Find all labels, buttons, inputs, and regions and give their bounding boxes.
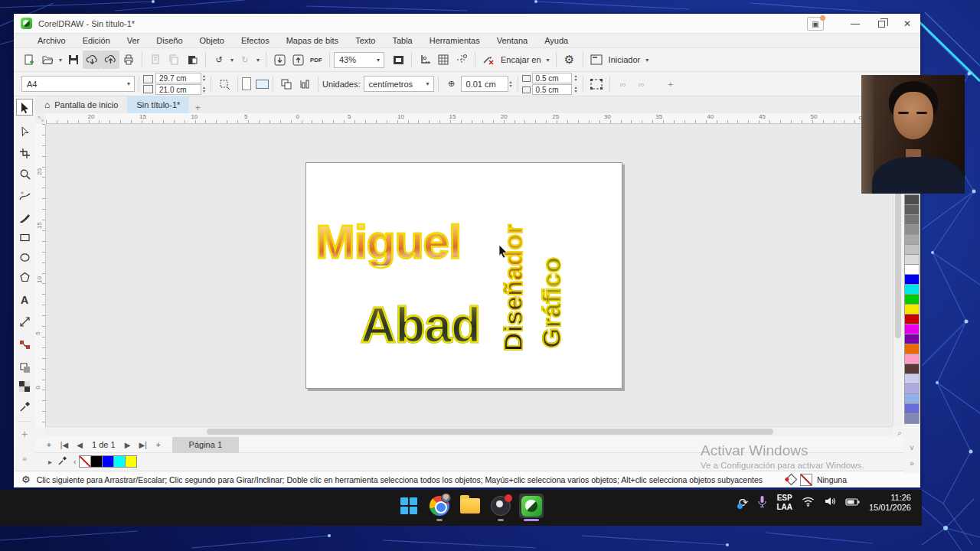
crop-tool[interactable] [16,145,33,161]
duplicate-y-spinner[interactable]: ▴▾ [573,86,579,93]
last-page-button[interactable]: ▶| [136,441,151,449]
print-icon[interactable] [119,51,138,69]
text-tool[interactable]: A [16,292,33,308]
document-color-swatch[interactable] [113,455,126,468]
ellipse-tool[interactable] [16,249,33,266]
eyedropper-tool[interactable] [16,398,33,415]
export-icon[interactable] [289,51,307,69]
page-height-spinner[interactable]: ▴▾ [201,86,207,93]
page-width-field[interactable]: 29.7 cm [155,73,201,83]
document-color-swatch[interactable] [90,455,103,468]
document-color-swatch[interactable] [79,455,91,468]
dimension-tool[interactable] [16,313,33,330]
launcher-dropdown-caret[interactable]: ▾ [643,57,651,64]
artwork-word-miguel[interactable]: Miguel [315,218,461,266]
palette-color-swatch[interactable] [904,264,920,275]
menu-item[interactable]: Ayuda [536,34,577,47]
first-page-button[interactable]: |◀ [57,441,72,449]
palette-color-swatch[interactable] [904,383,920,394]
treat-as-filled-icon[interactable] [587,75,606,93]
menu-item[interactable]: Objeto [191,34,233,47]
connector-tool[interactable] [16,336,33,353]
save-icon[interactable] [64,51,83,69]
rectangle-tool[interactable] [16,229,33,246]
drawing-canvas[interactable]: Miguel Abad Diseñador Gráfico [46,124,893,426]
palette-overflow-icon[interactable]: » [904,459,920,468]
horizontal-scrollbar[interactable] [46,426,893,435]
units-combo[interactable]: centímetros ▾ [364,76,434,92]
obs-taskbar-button[interactable] [488,494,513,518]
menu-item[interactable]: Diseño [148,34,191,47]
new-document-icon[interactable] [20,51,38,69]
add-page-button-2[interactable]: + [151,441,166,449]
horizontal-ruler[interactable]: 201510505101520253035404550 cm [46,113,906,124]
palette-color-swatch[interactable] [904,373,920,384]
add-page-button[interactable]: + [41,441,57,449]
palette-scroll-down-icon[interactable]: ˅ [904,444,920,452]
battery-icon[interactable] [845,496,860,510]
docpal-eyedropper-icon[interactable] [56,456,70,467]
palette-color-swatch[interactable] [904,214,920,225]
page-dimensions-icon[interactable] [215,75,234,93]
prev-page-button[interactable]: ◀ [72,441,87,449]
toolbox-overflow-button[interactable]: » [16,450,33,467]
snap-dropdown-caret[interactable]: ▾ [544,57,552,64]
page-height-field[interactable]: 21.0 cm [155,84,201,95]
document-color-swatch[interactable] [102,455,114,468]
publish-pdf-icon[interactable]: PDF [307,51,325,69]
minimize-button[interactable]: — [842,14,868,34]
palette-color-swatch[interactable] [904,234,920,245]
freehand-tool[interactable] [16,187,33,204]
vertical-ruler[interactable]: 20 15 10 5 0 centímetros [35,124,46,427]
menu-item[interactable]: Ver [119,34,149,47]
palette-color-swatch[interactable] [904,354,920,364]
undo-dropdown-caret[interactable]: ▾ [228,57,236,64]
palette-color-swatch[interactable] [904,294,920,305]
zoom-tool[interactable] [16,165,33,182]
artistic-media-tool[interactable] [16,208,33,225]
clock[interactable]: 11:26 15/01/2026 [869,493,911,513]
polygon-tool[interactable] [16,269,33,285]
add-tool-button[interactable]: + [16,425,33,442]
show-guidelines-icon[interactable] [452,51,471,69]
menu-item[interactable]: Archivo [29,34,74,47]
start-button[interactable] [397,494,421,518]
menu-item[interactable]: Efectos [233,34,278,47]
maximize-button[interactable] [868,14,894,34]
all-pages-icon[interactable] [277,75,296,93]
menu-item[interactable]: Edición [74,34,119,47]
options-gear-icon[interactable]: ⚙ [560,51,579,69]
nudge-field[interactable]: 0.01 cm [461,76,508,92]
current-page-icon[interactable] [296,75,314,93]
zoom-dropdown-caret[interactable]: ▾ [373,57,384,64]
page-width-spinner[interactable]: ▴▾ [201,74,207,82]
duplicate-x-field[interactable]: 0.5 cm [532,73,572,83]
menu-item[interactable]: Herramientas [421,34,488,47]
menu-item[interactable]: Tabla [384,34,420,47]
show-grid-icon[interactable] [434,51,452,69]
wifi-icon[interactable] [802,496,815,510]
coreldraw-taskbar-button[interactable] [519,494,544,518]
cloud-download-icon[interactable] [83,51,101,69]
new-document-tab-button[interactable]: + [189,103,206,113]
landscape-button[interactable] [256,80,269,89]
palette-color-swatch[interactable] [904,194,920,205]
undo-icon[interactable]: ↺ [210,51,228,69]
page-size-preset-combo[interactable]: A4 ▾ [21,76,135,92]
open-icon[interactable] [38,51,57,69]
ruler-origin-icon[interactable]: ⤡ [35,113,46,124]
docpal-scroll-left-icon[interactable]: ‹ [71,458,78,466]
language-indicator[interactable]: ESP LAA [776,494,792,512]
artwork-word-grafico[interactable]: Gráfico [538,257,564,348]
document-color-swatch[interactable] [125,455,137,468]
launcher-icon[interactable] [587,51,606,69]
menu-item[interactable]: Ventana [488,34,536,47]
chrome-taskbar-button[interactable] [427,494,452,518]
zoom-level-combo[interactable]: 43% ▾ [334,52,384,68]
shape-tool[interactable] [16,122,33,139]
outline-color-swatch[interactable] [800,474,812,486]
palette-color-swatch[interactable] [904,334,920,344]
file-explorer-taskbar-button[interactable] [458,494,482,518]
palette-color-swatch[interactable] [904,204,920,215]
open-dropdown-caret[interactable]: ▾ [57,57,64,64]
